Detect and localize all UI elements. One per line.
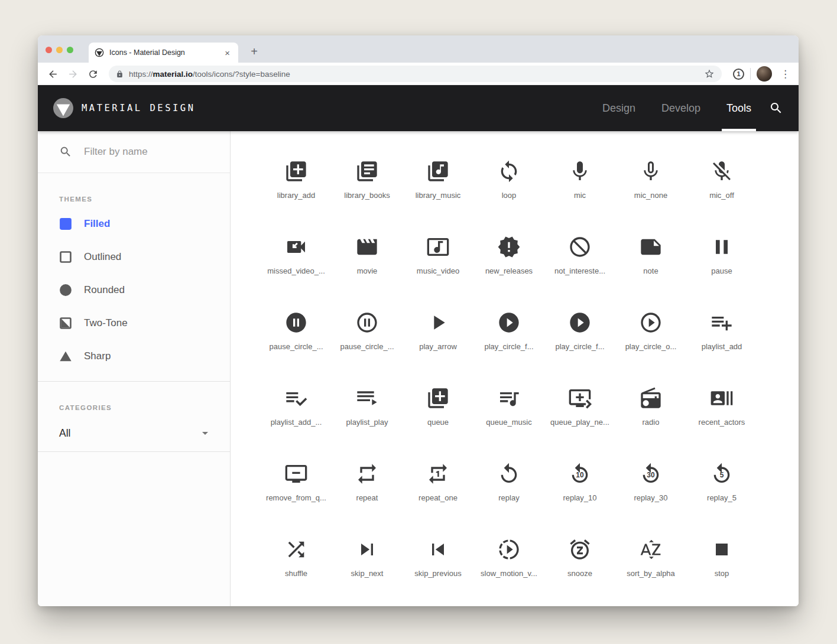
icon-cell[interactable]: 10replay_10 — [544, 462, 615, 538]
icon-cell[interactable]: skip_next — [332, 538, 403, 606]
icon-cell[interactable]: mic — [544, 160, 615, 235]
icon-cell[interactable]: playlist_play — [332, 386, 403, 462]
icon-cell[interactable]: movie — [332, 235, 403, 311]
icon-cell[interactable]: play_circle_f... — [473, 311, 544, 386]
icon-cell[interactable]: queue — [403, 386, 473, 462]
theme-sharp[interactable]: Sharp — [38, 340, 230, 373]
icon-cell[interactable]: remove_from_q... — [261, 462, 332, 538]
mic_off-icon — [710, 160, 734, 183]
icon-cell[interactable]: play_circle_f... — [544, 311, 615, 386]
tab-close-icon[interactable]: × — [222, 47, 232, 58]
icon-cell[interactable]: replay — [473, 462, 544, 538]
icon-label: repeat — [356, 493, 378, 502]
library_add-icon — [284, 160, 308, 183]
themes-section-label: THEMES — [38, 173, 230, 206]
icon-label: pause_circle_... — [269, 342, 323, 351]
not_interested-icon — [568, 235, 592, 259]
missed_video_call-icon — [284, 235, 308, 259]
queue_music-icon — [497, 386, 521, 410]
address-bar[interactable]: https://material.io/tools/icons/?style=b… — [109, 66, 722, 82]
icon-cell[interactable]: library_books — [332, 160, 403, 235]
theme-filled[interactable]: Filled — [38, 207, 230, 240]
icon-cell[interactable]: playlist_add_... — [261, 386, 332, 462]
nav-design[interactable]: Design — [602, 85, 635, 131]
icon-cell[interactable]: mic_off — [686, 160, 757, 235]
sidebar: THEMES Filled Outlined — [38, 131, 231, 606]
tab-strip: Icons - Material Design × + — [38, 35, 799, 63]
icon-cell[interactable]: queue_play_ne... — [544, 386, 615, 462]
icon-cell[interactable]: 5replay_5 — [686, 462, 757, 538]
material-design-logo[interactable] — [53, 98, 73, 118]
icon-label: play_circle_o... — [625, 342, 677, 351]
filter-search-icon — [59, 145, 72, 158]
browser-tab[interactable]: Icons - Material Design × — [89, 43, 238, 63]
browser-menu-icon[interactable]: ⋮ — [778, 69, 793, 79]
replay-icon — [497, 462, 521, 486]
repeat-icon — [355, 462, 379, 486]
icon-label: mic — [574, 191, 586, 200]
icon-cell[interactable]: library_add — [261, 160, 332, 235]
theme-rounded[interactable]: Rounded — [38, 274, 230, 307]
chevron-down-icon — [198, 426, 212, 440]
icon-label: shuffle — [285, 569, 307, 578]
icon-cell[interactable]: not_intereste... — [544, 235, 615, 311]
outlined-theme-icon — [59, 251, 72, 264]
header-search-icon[interactable] — [769, 101, 783, 115]
icon-cell[interactable]: missed_video_... — [261, 235, 332, 311]
icon-cell[interactable]: playlist_add — [686, 311, 757, 386]
icon-cell[interactable]: snooze — [544, 538, 615, 606]
bookmark-star-icon[interactable] — [704, 69, 715, 79]
theme-outlined[interactable]: Outlined — [38, 240, 230, 274]
icon-label: music_video — [417, 266, 459, 275]
zoom-window-button[interactable] — [67, 47, 73, 53]
extension-icon[interactable]: 1 — [733, 69, 744, 80]
icon-cell[interactable]: recent_actors — [686, 386, 757, 462]
icon-cell[interactable]: sort_by_alpha — [615, 538, 686, 606]
forward-icon[interactable] — [63, 66, 83, 82]
filter-input[interactable] — [83, 145, 203, 158]
brand-title[interactable]: MATERIAL DESIGN — [82, 103, 195, 113]
icon-cell[interactable]: music_video — [403, 235, 473, 311]
icon-cell[interactable]: play_circle_o... — [615, 311, 686, 386]
icon-cell[interactable]: loop — [473, 160, 544, 235]
icon-cell[interactable]: library_music — [403, 160, 473, 235]
stop-icon — [710, 538, 734, 561]
icon-cell[interactable]: repeat — [332, 462, 403, 538]
skip_next-icon — [355, 538, 379, 561]
icon-cell[interactable]: queue_music — [473, 386, 544, 462]
minimize-window-button[interactable] — [56, 47, 63, 53]
icon-cell[interactable]: shuffle — [261, 538, 332, 606]
back-icon[interactable] — [43, 66, 63, 82]
sharp-theme-icon — [59, 350, 72, 363]
icon-cell[interactable]: play_arrow — [403, 311, 473, 386]
sort_by_alpha-icon — [639, 538, 663, 561]
icon-label: missed_video_... — [267, 266, 325, 275]
icon-label: queue_music — [486, 418, 531, 427]
icon-cell[interactable]: repeat_one — [403, 462, 473, 538]
nav-tools[interactable]: Tools — [726, 85, 751, 131]
lock-icon — [116, 70, 124, 78]
icon-cell[interactable]: pause — [686, 235, 757, 311]
icon-cell[interactable]: note — [615, 235, 686, 311]
icon-label: pause_circle_... — [340, 342, 394, 351]
new-tab-button[interactable]: + — [246, 43, 262, 60]
play_circle_filled_white-icon — [568, 311, 592, 334]
reload-icon[interactable] — [83, 66, 103, 82]
icon-cell[interactable]: 30replay_30 — [615, 462, 686, 538]
icon-cell[interactable]: mic_none — [615, 160, 686, 235]
icon-cell[interactable]: skip_previous — [403, 538, 473, 606]
replay_10-icon: 10 — [568, 462, 592, 486]
icon-cell[interactable]: pause_circle_... — [332, 311, 403, 386]
icon-cell[interactable]: stop — [686, 538, 757, 606]
close-window-button[interactable] — [46, 47, 52, 53]
profile-avatar[interactable] — [757, 66, 772, 82]
icon-cell[interactable]: slow_motion_v... — [473, 538, 544, 606]
theme-two-tone[interactable]: Two-Tone — [38, 307, 230, 340]
icon-label: pause — [711, 266, 732, 275]
category-dropdown[interactable]: All — [38, 415, 230, 451]
icon-label: movie — [357, 266, 378, 275]
icon-cell[interactable]: pause_circle_... — [261, 311, 332, 386]
icon-cell[interactable]: radio — [615, 386, 686, 462]
icon-cell[interactable]: new_releases — [473, 235, 544, 311]
nav-develop[interactable]: Develop — [661, 85, 700, 131]
